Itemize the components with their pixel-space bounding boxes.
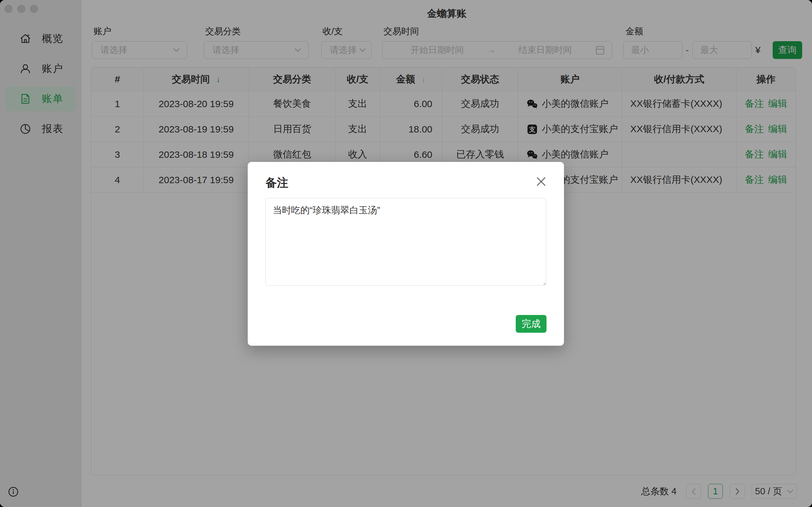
done-button[interactable]: 完成	[516, 315, 547, 333]
modal-title: 备注	[265, 175, 288, 191]
app-window: 概览 账户 账单 报表 金蟾算账 账户 请选择	[0, 0, 812, 507]
note-textarea[interactable]: 当时吃的“珍珠翡翠白玉汤”	[265, 198, 546, 285]
note-modal: 备注 当时吃的“珍珠翡翠白玉汤” 完成	[248, 162, 564, 346]
close-icon[interactable]	[535, 175, 548, 188]
